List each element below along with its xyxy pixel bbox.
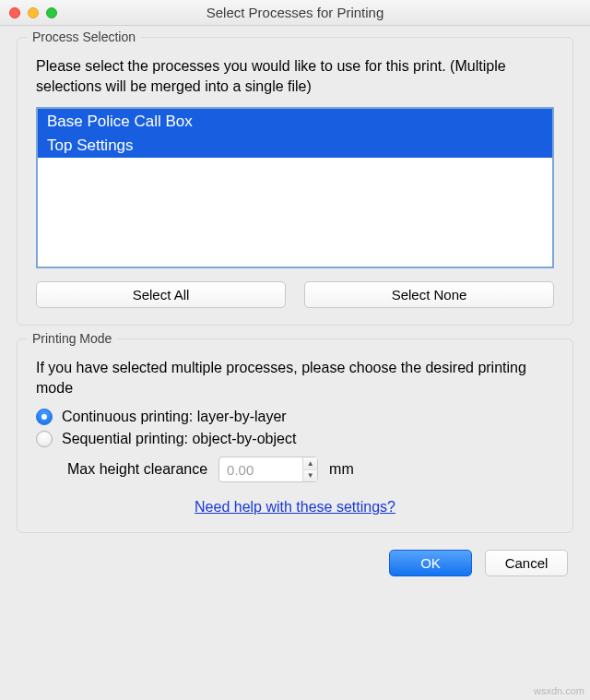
radio-continuous[interactable]: Continuous printing: layer-by-layer [36, 409, 554, 425]
printing-mode-group: Printing Mode If you have selected multi… [17, 338, 573, 533]
clearance-row: Max height clearance ▲ ▼ mm [67, 457, 554, 482]
radio-label: Continuous printing: layer-by-layer [62, 409, 287, 425]
process-selection-group: Process Selection Please select the proc… [17, 37, 573, 326]
content-area: Process Selection Please select the proc… [0, 26, 590, 700]
selection-button-row: Select All Select None [36, 281, 554, 308]
clearance-label: Max height clearance [67, 461, 207, 478]
cancel-button[interactable]: Cancel [485, 550, 568, 576]
window-title: Select Processes for Printing [0, 5, 590, 20]
list-item[interactable]: Top Settings [38, 133, 552, 157]
help-link[interactable]: Need help with these settings? [36, 499, 554, 516]
select-all-button[interactable]: Select All [36, 281, 286, 308]
traffic-lights [0, 7, 57, 18]
radio-icon[interactable] [36, 431, 53, 447]
radio-sequential[interactable]: Sequential printing: object-by-object [36, 431, 554, 447]
list-item[interactable]: Base Police Call Box [38, 109, 552, 133]
titlebar: Select Processes for Printing [0, 0, 590, 26]
watermark: wsxdn.com [534, 685, 584, 696]
printing-mode-instruction: If you have selected multiple processes,… [36, 358, 554, 397]
radio-icon[interactable] [36, 409, 53, 425]
chevron-down-icon[interactable]: ▼ [303, 470, 317, 482]
stepper-buttons: ▲ ▼ [302, 457, 317, 481]
process-selection-instruction: Please select the processes you would li… [36, 56, 554, 96]
clearance-input[interactable] [219, 457, 302, 481]
dialog-window: Select Processes for Printing Process Se… [0, 0, 590, 700]
select-none-button[interactable]: Select None [304, 281, 554, 308]
clearance-unit: mm [329, 461, 354, 478]
zoom-icon[interactable] [46, 7, 57, 18]
ok-button[interactable]: OK [389, 550, 472, 576]
close-icon[interactable] [9, 7, 20, 18]
printing-mode-legend: Printing Mode [27, 331, 117, 346]
dialog-footer: OK Cancel [17, 546, 573, 576]
clearance-stepper: ▲ ▼ [218, 457, 318, 482]
radio-label: Sequential printing: object-by-object [62, 431, 296, 447]
minimize-icon[interactable] [28, 7, 39, 18]
process-selection-legend: Process Selection [27, 30, 141, 44]
process-list[interactable]: Base Police Call Box Top Settings [36, 107, 554, 268]
chevron-up-icon[interactable]: ▲ [303, 457, 317, 470]
